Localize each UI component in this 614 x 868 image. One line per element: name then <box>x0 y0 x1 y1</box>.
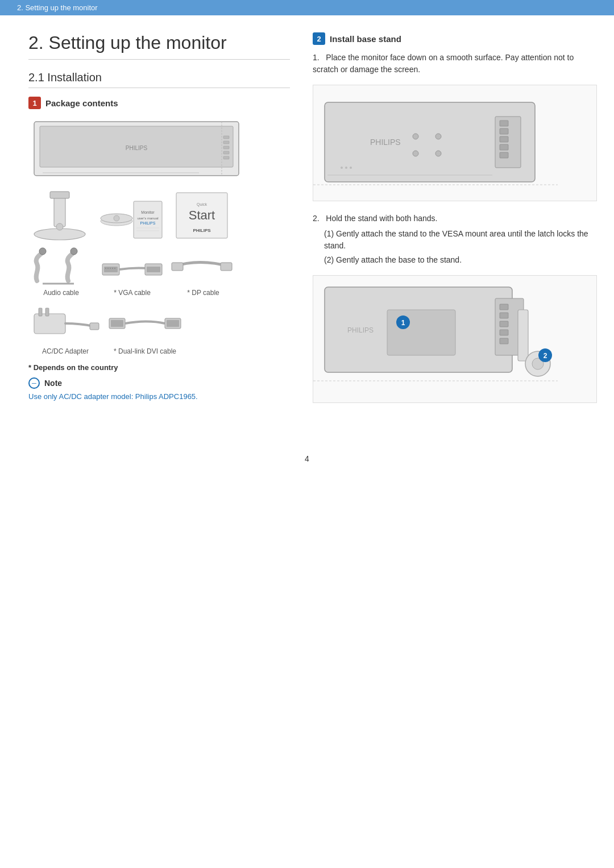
svg-point-34 <box>107 268 109 269</box>
svg-point-51 <box>413 151 418 156</box>
svg-point-27 <box>39 248 46 255</box>
svg-point-37 <box>114 268 115 269</box>
svg-text:Start: Start <box>189 208 215 222</box>
svg-rect-55 <box>500 128 508 134</box>
package-row-accessories: Monitor user's manual PHILIPS Quick Star… <box>28 190 290 241</box>
package-row-monitor: PHILIPS <box>28 116 290 184</box>
package-contents-header: 1 Package contents <box>28 97 290 109</box>
install-step-1: 1. Place the monitor face down on a smoo… <box>313 52 597 76</box>
svg-rect-54 <box>500 121 508 126</box>
svg-rect-56 <box>500 136 508 142</box>
step2-content: Hold the stand with both hands. <box>326 214 437 223</box>
svg-point-13 <box>56 223 63 230</box>
svg-rect-7 <box>223 151 229 154</box>
svg-rect-73 <box>500 330 508 335</box>
package-item-manuals: Monitor user's manual PHILIPS <box>97 190 165 241</box>
svg-rect-45 <box>111 320 123 327</box>
svg-rect-42 <box>45 308 49 316</box>
svg-rect-32 <box>147 267 160 272</box>
step2-text: 2. Hold the stand with both hands. <box>313 213 597 225</box>
step2-number: 2. <box>313 214 320 223</box>
step2-sub1-text: (1) Gently attach the stand to the VESA … <box>324 229 588 250</box>
right-column: 2 Install base stand 1. Place the monito… <box>313 32 597 414</box>
svg-point-63 <box>350 167 352 169</box>
step1-text: 1. Place the monitor face down on a smoo… <box>313 52 597 76</box>
svg-rect-5 <box>223 141 229 144</box>
svg-point-16 <box>114 215 119 221</box>
step2-sub1: (1) Gently attach the stand to the VESA … <box>324 228 597 252</box>
svg-rect-66 <box>387 310 455 355</box>
svg-rect-75 <box>518 310 528 361</box>
step2-sub2-text: (2) Gently attach the base to the stand. <box>324 255 462 264</box>
step2-image: 1 2 PHILIPS <box>313 275 597 403</box>
page-title: 2. Setting up the monitor <box>28 32 290 60</box>
step2-sub2: (2) Gently attach the base to the stand. <box>324 254 597 266</box>
svg-point-36 <box>112 268 113 269</box>
svg-text:PHILIPS: PHILIPS <box>347 326 374 334</box>
package-item-stand <box>28 190 91 241</box>
note-title: Note <box>44 379 62 388</box>
svg-rect-47 <box>167 320 179 327</box>
package-contents-label: Package contents <box>45 98 118 108</box>
dp-cable-label: * DP cable <box>187 289 219 297</box>
badge-2: 2 <box>313 32 325 45</box>
svg-point-62 <box>345 167 347 169</box>
svg-rect-57 <box>500 144 508 150</box>
svg-rect-8 <box>223 156 229 159</box>
step1-number: 1. <box>313 53 320 62</box>
svg-rect-4 <box>223 136 229 139</box>
svg-rect-6 <box>223 146 229 149</box>
install-base-title: Install base stand <box>330 34 401 44</box>
svg-rect-70 <box>500 304 508 310</box>
svg-point-52 <box>435 151 441 156</box>
note-icon: ─ <box>28 377 40 389</box>
step1-content: Place the monitor face down on a smooth … <box>313 53 574 74</box>
svg-point-35 <box>110 268 111 269</box>
svg-text:2: 2 <box>544 352 547 360</box>
note-box: ─ Note Use only AC/DC adapter model: Phi… <box>28 377 290 402</box>
svg-text:user's manual: user's manual <box>137 217 158 220</box>
package-item-dp-cable: * DP cable <box>171 247 236 297</box>
package-item-quickstart: Quick Start PHILIPS <box>171 190 233 241</box>
depends-note: * Depends on the country <box>28 363 290 372</box>
monitor-illustration: PHILIPS <box>28 116 244 184</box>
package-item-adapter: AC/DC Adapter <box>28 302 102 355</box>
svg-text:1: 1 <box>401 319 405 327</box>
install-base-header: 2 Install base stand <box>313 32 597 45</box>
svg-rect-41 <box>39 308 42 316</box>
svg-text:PHILIPS: PHILIPS <box>193 228 211 233</box>
badge-1: 1 <box>28 97 41 109</box>
svg-point-49 <box>413 134 418 139</box>
svg-rect-38 <box>172 263 183 271</box>
svg-point-50 <box>435 134 441 139</box>
package-item-vga-cable: * VGA cable <box>99 247 165 297</box>
step1-image: PHILIPS <box>313 85 597 201</box>
svg-point-28 <box>70 248 77 255</box>
package-item-dvi-cable: * Dual-link DVI cable <box>108 302 182 355</box>
dvi-cable-label: * Dual-link DVI cable <box>114 347 176 355</box>
svg-text:PHILIPS: PHILIPS <box>126 145 148 151</box>
section-installation-title: 2.1 Installation <box>28 71 290 88</box>
svg-rect-40 <box>34 314 65 334</box>
note-text: Use only AC/DC adapter model: Philips AD… <box>28 391 290 402</box>
breadcrumb-text: 2. Setting up the monitor <box>17 3 98 12</box>
svg-rect-71 <box>500 313 508 318</box>
svg-rect-74 <box>500 338 508 344</box>
svg-text:Monitor: Monitor <box>141 210 155 214</box>
package-row-adapter: AC/DC Adapter * Dual-link DVI cable <box>28 302 290 355</box>
svg-rect-58 <box>500 152 508 158</box>
svg-rect-43 <box>90 323 99 330</box>
svg-point-61 <box>341 167 343 169</box>
page-number: 4 <box>0 454 614 463</box>
breadcrumb: 2. Setting up the monitor <box>0 0 614 15</box>
note-header: ─ Note <box>28 377 290 389</box>
svg-rect-11 <box>50 192 69 198</box>
svg-rect-39 <box>221 263 232 271</box>
vga-cable-label: * VGA cable <box>114 289 151 297</box>
svg-text:PHILIPS: PHILIPS <box>140 221 156 225</box>
adapter-label: AC/DC Adapter <box>42 347 89 355</box>
package-contents-grid: PHILIPS <box>28 116 290 355</box>
package-item-audio-cable: Audio cable <box>28 247 94 297</box>
svg-text:PHILIPS: PHILIPS <box>370 138 401 147</box>
svg-text:Quick: Quick <box>197 202 207 207</box>
